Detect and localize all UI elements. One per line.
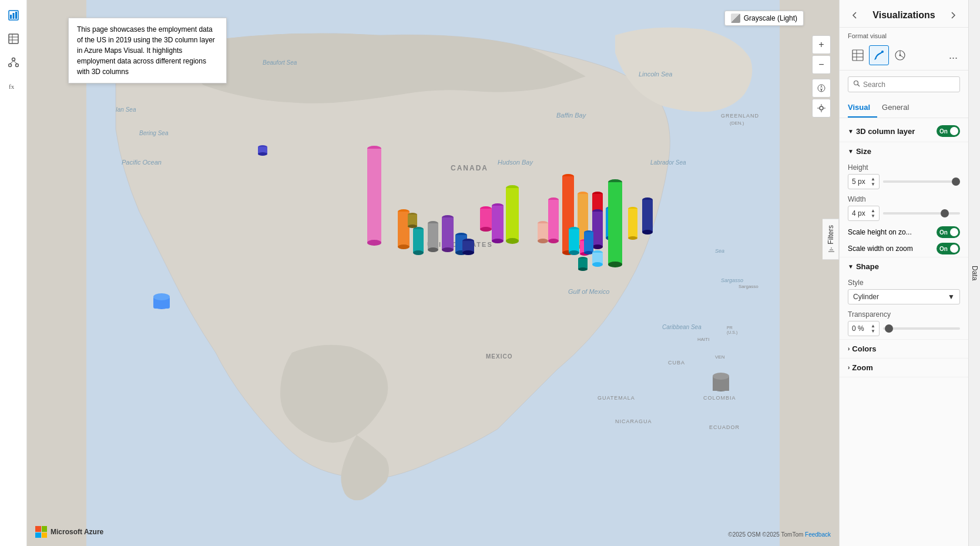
width-up[interactable]: ▲ [871,209,875,213]
svg-text:COLOMBIA: COLOMBIA [703,395,736,401]
svg-rect-65 [480,209,492,229]
svg-point-72 [506,238,519,244]
format-viz-icon[interactable] [869,45,889,65]
filters-tab[interactable]: Filters [823,219,839,260]
width-input[interactable]: 4 px ▲ ▼ [848,206,880,221]
table-icon[interactable] [3,28,24,49]
height-slider[interactable] [883,180,960,183]
svg-point-149 [900,55,901,56]
transparency-up[interactable]: ▲ [871,324,875,329]
transparency-input[interactable]: 0 % ▲ ▼ [848,321,880,336]
svg-text:Sea: Sea [715,248,724,254]
size-header[interactable]: ▼ Size [840,142,968,160]
model-icon[interactable] [3,52,24,73]
filters-label-text: Filters [827,225,835,253]
svg-point-69 [492,239,504,243]
height-spinner[interactable]: ▲ ▼ [871,177,875,187]
branding-text: Microsoft Azure [51,528,103,536]
search-input[interactable] [863,81,955,89]
zoom-in-button[interactable]: + [812,35,831,54]
style-label: Style [848,279,960,287]
column-layer-toggle[interactable]: On [937,125,960,137]
svg-text:Lincoln Sea: Lincoln Sea [639,71,673,78]
tab-general[interactable]: General [882,98,916,118]
shape-header[interactable]: ▼ Shape [840,257,968,276]
expand-right-button[interactable] [946,8,960,22]
analytics-viz-icon[interactable] [890,45,910,65]
tab-visual[interactable]: Visual [848,98,877,118]
zoom-out-button[interactable]: − [812,55,831,74]
transparency-spinner[interactable]: ▲ ▼ [871,324,875,334]
ms-branding: Microsoft Azure [35,526,103,538]
report-icon[interactable] [3,5,24,26]
svg-point-45 [367,240,381,246]
svg-point-96 [569,250,579,255]
ms-logo [35,526,47,538]
height-up[interactable]: ▲ [871,177,875,182]
table-viz-icon[interactable] [848,45,868,65]
column-layer-label: 3D column layer [856,127,915,136]
svg-point-126 [153,293,170,300]
svg-point-54 [428,247,438,252]
dax-icon[interactable]: fx [3,75,24,96]
svg-text:Hudson Bay: Hudson Bay [498,159,533,166]
transparency-property: Transparency 0 % ▲ ▼ [840,307,968,339]
height-input[interactable]: 5 px ▲ ▼ [848,174,880,189]
map-copyright: ©2025 OSM ©2025 TomTom Feedback [728,531,831,538]
zoom-header[interactable]: › Zoom [840,359,968,377]
svg-rect-113 [628,209,637,238]
style-dropdown[interactable]: Cylinder ▼ [848,289,960,304]
svg-rect-2 [12,13,14,19]
scale-width-toggle[interactable]: On [937,243,960,254]
scale-height-toggle-label: On [939,229,948,236]
svg-point-10 [15,64,18,67]
svg-text:Caribbean Sea: Caribbean Sea [662,324,702,330]
svg-text:VEN: VEN [715,354,725,360]
svg-text:Bering Sea: Bering Sea [139,130,169,136]
svg-point-51 [413,250,424,255]
height-down[interactable]: ▼ [871,182,875,187]
viz-type-row: ... [840,43,968,71]
column-layer-toggle-label: On [939,128,948,135]
copyright-text: ©2025 OSM ©2025 TomTom [728,531,805,538]
feedback-link[interactable]: Feedback [805,531,831,538]
style-value: Cylinder [853,293,879,301]
zoom-label: Zoom [852,363,872,372]
svg-marker-132 [820,88,823,92]
svg-rect-3 [15,12,17,19]
map-controls: + − [812,35,831,118]
svg-marker-131 [820,85,823,88]
svg-point-63 [462,250,474,255]
colors-header[interactable]: › Colors [840,340,968,358]
svg-point-120 [538,239,548,243]
scale-height-toggle[interactable]: On [937,226,960,238]
collapse-left-button[interactable] [848,8,862,22]
svg-rect-56 [442,217,454,250]
location-button[interactable] [812,99,831,118]
transparency-down[interactable]: ▼ [871,329,875,334]
info-box-text: This page showcases the employment data … [77,25,215,76]
svg-text:Baffin Bay: Baffin Bay [556,112,587,119]
scale-height-label: Scale height on zo... [848,228,912,236]
svg-text:fx: fx [9,83,15,90]
svg-rect-44 [367,149,381,243]
svg-line-12 [14,61,17,64]
compass-button[interactable] [812,79,831,98]
map-area[interactable]: Pacific Ocean Baffin Bay Lincoln Sea Ian… [27,0,839,546]
width-slider[interactable] [883,212,960,215]
column-layer-header[interactable]: ▼ 3D column layer On [840,120,968,142]
theme-badge[interactable]: Grayscale (Light) [724,11,804,26]
panel-tabs: Visual General [840,98,968,118]
width-spinner[interactable]: ▲ ▼ [871,209,875,219]
width-down[interactable]: ▼ [871,214,875,219]
transparency-slider[interactable] [883,327,960,330]
colors-section: › Colors [840,340,968,359]
more-options-button[interactable]: ... [947,47,960,64]
scale-width-toggle-label: On [939,246,948,252]
column-layer-chevron: ▼ [848,128,854,135]
main-content: Pacific Ocean Baffin Bay Lincoln Sea Ian… [27,0,839,546]
svg-point-145 [881,51,884,53]
height-property: Height 5 px ▲ ▼ [840,160,968,192]
svg-point-117 [642,230,653,235]
data-tab[interactable]: Data [968,0,980,546]
